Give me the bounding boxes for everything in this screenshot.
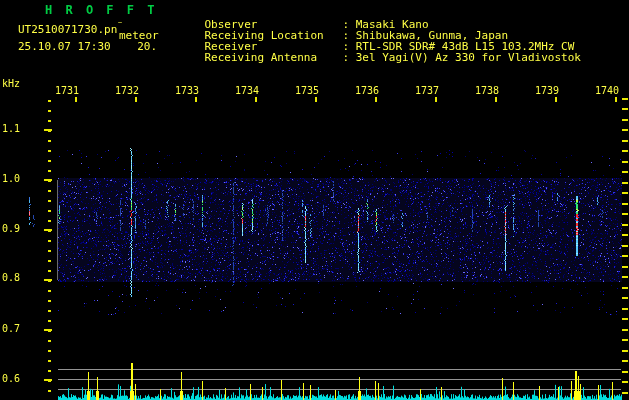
x-tick-label: 1735 (295, 86, 319, 96)
x-tick-label: 1739 (535, 86, 559, 96)
datetime-label: 25.10.07 17:30 20. (18, 41, 157, 52)
hrofft-screen: H R O F F T UT2510071730.pn ¨ meteor 25.… (0, 0, 629, 400)
info-label: Receiving Antenna (205, 52, 343, 63)
y-tick-label: 0.8 (2, 273, 20, 283)
file-label: UT2510071730.pn (18, 24, 117, 35)
y-tick-label: 0.7 (2, 324, 20, 334)
app-title: H R O F F T (45, 4, 157, 16)
info-value: : 3el Yagi(V) Az 330 for Vladivostok (343, 51, 581, 64)
x-tick-label: 1734 (235, 86, 259, 96)
x-tick-label: 1738 (475, 86, 499, 96)
y-axis-unit: kHz (2, 79, 20, 89)
x-tick-label: 1736 (355, 86, 379, 96)
x-tick-label: 1732 (115, 86, 139, 96)
y-tick-label: 0.9 (2, 224, 20, 234)
info-row-antenna: Receiving Antenna: 3el Yagi(V) Az 330 fo… (178, 41, 581, 74)
x-tick-label: 1737 (415, 86, 439, 96)
x-tick-label: 1740 (595, 86, 619, 96)
y-tick-label: 1.1 (2, 124, 20, 134)
x-tick-label: 1733 (175, 86, 199, 96)
y-tick-label: 1.0 (2, 174, 20, 184)
x-tick-label: 1731 (55, 86, 79, 96)
y-tick-label: 0.6 (2, 374, 20, 384)
